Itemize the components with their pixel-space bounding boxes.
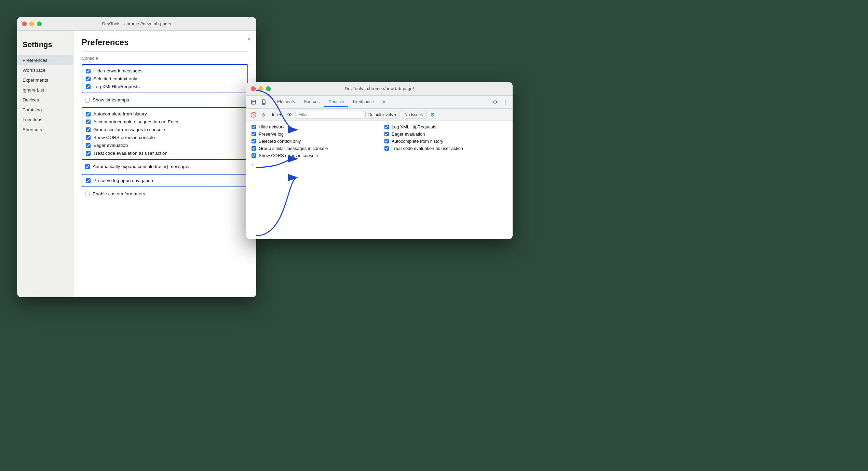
console-log-xml-item[interactable]: Log XMLHttpRequests (384, 124, 507, 129)
group3-box: Preserve log upon navigation (82, 174, 248, 187)
sidebar-item-locations[interactable]: Locations (17, 115, 73, 125)
tab-elements[interactable]: Elements (273, 97, 299, 107)
sidebar-item-preferences[interactable]: Preferences (17, 55, 73, 65)
console-selected-context-item[interactable]: Selected context only (252, 139, 374, 144)
preserve-log-item[interactable]: Preserve log upon navigation (86, 177, 244, 184)
sidebar-item-throttling[interactable]: Throttling (17, 105, 73, 115)
settings-heading: Settings (17, 36, 73, 55)
console-group-similar-item[interactable]: Group similar messages in console (252, 146, 374, 151)
maximize-button[interactable] (37, 22, 42, 26)
preserve-log-checkbox[interactable] (86, 178, 91, 183)
accept-autocomplete-label: Accept autocomplete suggestion on Enter (93, 119, 179, 124)
section-divider (82, 51, 248, 52)
console-cors-checkbox[interactable] (252, 153, 256, 158)
hide-network-messages-checkbox[interactable] (86, 69, 91, 73)
treat-code-item[interactable]: Treat code evaluation as user action (86, 149, 244, 157)
levels-dropdown[interactable]: Default levels ▾ (365, 111, 399, 119)
group-similar-item[interactable]: Group similar messages in console (86, 126, 244, 134)
console-log-xml-checkbox[interactable] (384, 125, 389, 129)
device-icon[interactable] (259, 97, 269, 107)
group2-box: Autocomplete from history Accept autocom… (82, 107, 248, 160)
expand-trace-checkbox[interactable] (85, 164, 90, 169)
console-filter-input[interactable] (296, 111, 364, 119)
tab-console[interactable]: Console (324, 97, 348, 107)
devtools-window: DevTools - chrome://new-tab-page/ Elemen… (246, 82, 513, 239)
sidebar-item-ignore-list[interactable]: Ignore List (17, 85, 73, 95)
settings-icon[interactable]: ⚙ (490, 97, 500, 107)
show-timestamps-checkbox[interactable] (85, 98, 90, 102)
console-treat-code-item[interactable]: Treat code evaluation as user action (384, 146, 507, 151)
console-log-xml-label: Log XMLHttpRequests (392, 124, 436, 129)
sidebar-item-shortcuts[interactable]: Shortcuts (17, 125, 73, 135)
console-eager-eval-checkbox[interactable] (384, 132, 389, 136)
tab-sources[interactable]: Sources (300, 97, 324, 107)
treat-code-label: Treat code evaluation as user action (93, 151, 167, 156)
close-button[interactable] (22, 22, 27, 26)
minimize-button[interactable] (29, 22, 34, 26)
sidebar-item-experiments[interactable]: Experiments (17, 75, 73, 85)
console-cors-item[interactable]: Show CORS errors in console (252, 153, 374, 158)
show-cors-item[interactable]: Show CORS errors in console (86, 134, 244, 141)
eager-eval-checkbox[interactable] (86, 143, 91, 148)
filter-icon[interactable]: ⊘ (259, 110, 268, 119)
selected-context-only-item[interactable]: Selected context only (86, 75, 244, 83)
custom-formatters-item[interactable]: Enable custom formatters (82, 190, 248, 198)
devtools-minimize-button[interactable] (258, 86, 263, 91)
console-selected-context-label: Selected context only (259, 139, 301, 144)
console-treat-code-checkbox[interactable] (384, 146, 389, 151)
custom-formatters-checkbox[interactable] (85, 192, 90, 196)
console-treat-code-label: Treat code evaluation as user action (392, 146, 463, 151)
settings-sidebar: Settings Preferences Workspace Experimen… (17, 31, 73, 297)
top-label: top (272, 112, 278, 117)
show-cors-checkbox[interactable] (86, 135, 91, 140)
selected-context-only-checkbox[interactable] (86, 77, 91, 81)
autocomplete-history-checkbox[interactable] (86, 112, 91, 116)
devtools-maximize-button[interactable] (266, 86, 271, 91)
console-eager-eval-item[interactable]: Eager evaluation (384, 131, 507, 137)
console-preserve-log-checkbox[interactable] (252, 132, 256, 136)
treat-code-checkbox[interactable] (86, 151, 91, 156)
expand-trace-item[interactable]: Automatically expand console.trace() mes… (82, 163, 248, 170)
hide-network-messages-item[interactable]: Hide network messages (86, 67, 244, 75)
console-body: Hide network Log XMLHttpRequests Preserv… (246, 121, 513, 239)
accept-autocomplete-checkbox[interactable] (86, 120, 91, 124)
console-autocomplete-item[interactable]: Autocomplete from history (384, 139, 507, 144)
more-icon[interactable]: ⋮ (500, 97, 510, 107)
sidebar-item-workspace[interactable]: Workspace (17, 65, 73, 75)
log-xmlhttprequests-checkbox[interactable] (86, 84, 91, 89)
console-group-similar-checkbox[interactable] (252, 146, 256, 151)
console-cors-label: Show CORS errors in console (259, 153, 318, 158)
preserve-log-label: Preserve log upon navigation (93, 178, 153, 183)
accept-autocomplete-item[interactable]: Accept autocomplete suggestion on Enter (86, 118, 244, 126)
issues-label: No Issues (405, 112, 423, 117)
console-preserve-log-label: Preserve log (259, 131, 284, 137)
close-icon[interactable]: × (247, 36, 251, 42)
eye-icon[interactable]: 👁 (285, 110, 294, 119)
issues-button[interactable]: No Issues (401, 111, 426, 119)
group-similar-label: Group similar messages in console (93, 127, 165, 132)
console-selected-context-checkbox[interactable] (252, 139, 256, 143)
inspect-icon[interactable] (249, 97, 258, 107)
traffic-lights (22, 22, 42, 26)
sidebar-item-devices[interactable]: Devices (17, 95, 73, 105)
tab-more[interactable]: » (379, 97, 389, 107)
top-dropdown[interactable]: top ▾ (269, 111, 284, 118)
console-hide-network-checkbox[interactable] (252, 125, 256, 129)
group-similar-checkbox[interactable] (86, 127, 91, 132)
autocomplete-history-item[interactable]: Autocomplete from history (86, 110, 244, 118)
devtools-close-button[interactable] (251, 86, 256, 91)
console-gear-icon[interactable]: ⚙ (428, 110, 437, 119)
show-timestamps-item[interactable]: Show timestamps (82, 96, 248, 104)
group1-box: Hide network messages Selected context o… (82, 64, 248, 93)
console-autocomplete-checkbox[interactable] (384, 139, 389, 143)
console-toolbar: 🚫 ⊘ top ▾ 👁 Default levels ▾ No Issues ⚙ (246, 109, 513, 121)
devtools-content: Elements Sources Console Lighthouse » ⚙ … (246, 96, 513, 239)
settings-content: Settings Preferences Workspace Experimen… (17, 31, 256, 297)
console-hide-network-item[interactable]: Hide network (252, 124, 374, 129)
console-preserve-log-item[interactable]: Preserve log (252, 131, 374, 137)
log-xmlhttprequests-item[interactable]: Log XMLHttpRequests (86, 83, 244, 91)
tab-lighthouse[interactable]: Lighthouse (349, 97, 378, 107)
clear-console-icon[interactable]: 🚫 (249, 110, 258, 119)
window-title: DevTools - chrome://new-tab-page/ (102, 21, 171, 26)
eager-eval-item[interactable]: Eager evaluation (86, 141, 244, 149)
